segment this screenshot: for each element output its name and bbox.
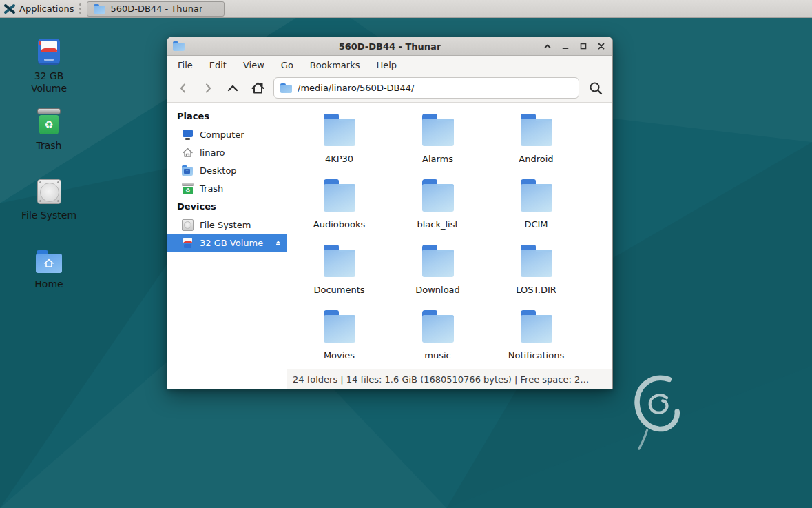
thunar-folder-icon (94, 4, 105, 14)
thunar-window: 560D-DB44 - Thunar (167, 37, 613, 389)
top-panel: Applications 560D-DB44 - Thunar (0, 0, 812, 18)
folder-item[interactable]: black_list (388, 178, 487, 243)
applications-menu-button[interactable]: Applications (0, 0, 79, 17)
toolbar (167, 74, 612, 103)
folder-item[interactable]: Download (388, 243, 487, 309)
taskbar-window-title: 560D-DB44 - Thunar (110, 3, 202, 14)
folder-icon (520, 245, 553, 277)
file-view[interactable]: 4KP30 Alarms Android Audiobooks (287, 103, 612, 369)
folder-icon (421, 179, 455, 212)
desktop-icon-label: Trash (17, 140, 81, 152)
folder-icon (323, 179, 356, 212)
desktop-icon-label: File System (17, 210, 81, 222)
home-outline-icon (182, 147, 194, 159)
chevron-up-icon (226, 81, 240, 95)
close-button[interactable] (596, 41, 607, 52)
xfce-applications-icon (4, 3, 15, 14)
path-folder-icon (280, 83, 292, 93)
minimize-button[interactable] (560, 41, 571, 52)
search-button[interactable] (586, 79, 605, 98)
window-titlebar[interactable]: 560D-DB44 - Thunar (167, 37, 612, 56)
desktop-icon-label: 32 GB Volume (17, 70, 81, 94)
debian-swirl-logo (631, 372, 689, 454)
chevron-left-icon (177, 82, 189, 94)
hard-disk-icon (37, 179, 61, 204)
trash-icon: ♻ (37, 108, 61, 134)
folder-item[interactable]: Alarms (388, 112, 487, 178)
back-button[interactable] (174, 79, 192, 97)
folder-item[interactable]: music (388, 309, 487, 369)
desktop-icon-file-system[interactable]: File System (17, 179, 81, 222)
home-icon (251, 81, 265, 95)
location-bar[interactable] (273, 77, 579, 99)
folder-icon (421, 310, 455, 343)
trash-icon: ♻ (182, 183, 194, 194)
applications-menu-label: Applications (19, 3, 74, 14)
chevron-up-icon (543, 42, 552, 50)
folder-icon (323, 114, 356, 146)
desktop-icon-32gb-volume[interactable]: 32 GB Volume (17, 39, 81, 94)
sidebar-item-32gb-volume[interactable]: 32 GB Volume (167, 234, 287, 252)
folder-item[interactable]: LOST.DIR (487, 243, 585, 309)
sidebar-item-desktop[interactable]: ∷ Desktop (167, 161, 287, 179)
usb-volume-icon (182, 237, 194, 249)
status-bar: 24 folders | 14 files: 1.6 GiB (16805107… (287, 369, 612, 389)
folder-icon (520, 310, 553, 343)
desktop-icon-home[interactable]: Home (17, 250, 81, 291)
sidebar-item-file-system[interactable]: File System (167, 216, 287, 234)
eject-icon[interactable] (275, 238, 281, 247)
folder-icon (323, 245, 356, 277)
folder-item[interactable]: Notifications (487, 309, 585, 369)
home-glyph-icon (43, 258, 54, 268)
folder-item[interactable]: Android (487, 112, 585, 178)
places-header: Places (167, 107, 287, 125)
path-input[interactable] (298, 83, 572, 93)
folder-icon (323, 310, 356, 343)
shade-button[interactable] (542, 41, 553, 52)
menu-view[interactable]: View (243, 60, 264, 70)
folder-icon (520, 179, 553, 212)
close-icon (597, 42, 605, 50)
status-text: 24 folders | 14 files: 1.6 GiB (16805107… (293, 374, 589, 385)
side-pane: Places Computer linaro ∷ Desktop (167, 103, 287, 389)
up-button[interactable] (224, 79, 242, 97)
folder-item[interactable]: Movies (290, 309, 388, 369)
folder-item[interactable]: 4KP30 (290, 112, 388, 178)
menu-file[interactable]: File (178, 60, 193, 70)
sidebar-item-trash[interactable]: ♻ Trash (167, 179, 287, 197)
folder-icon (520, 114, 553, 146)
menu-help[interactable]: Help (376, 60, 397, 70)
desktop-root: { "panel": { "applications_label": "Appl… (0, 0, 812, 508)
home-button[interactable] (249, 79, 267, 97)
home-folder-icon (36, 250, 62, 273)
search-icon (588, 81, 603, 96)
chevron-right-icon (202, 82, 214, 94)
maximize-button[interactable] (578, 41, 589, 52)
menu-bar: File Edit View Go Bookmarks Help (167, 56, 612, 74)
panel-separator-grip (79, 3, 81, 14)
menu-bookmarks[interactable]: Bookmarks (310, 60, 360, 70)
maximize-icon (579, 42, 587, 50)
folder-item[interactable]: Audiobooks (290, 178, 388, 243)
taskbar-window-button[interactable]: 560D-DB44 - Thunar (87, 1, 225, 17)
forward-button[interactable] (199, 79, 217, 97)
usb-volume-icon (38, 39, 60, 65)
desktop-folder-icon: ∷ (182, 165, 194, 176)
sidebar-item-computer[interactable]: Computer (167, 125, 287, 143)
desktop-icon-trash[interactable]: ♻ Trash (17, 108, 81, 152)
window-body: Places Computer linaro ∷ Desktop (167, 103, 612, 389)
window-thunar-icon (173, 41, 185, 51)
folder-icon (421, 114, 455, 146)
minimize-icon (561, 42, 570, 50)
desktop-icon-label: Home (17, 278, 81, 291)
menu-go[interactable]: Go (281, 60, 293, 70)
folder-item[interactable]: DCIM (487, 178, 585, 243)
folder-grid: 4KP30 Alarms Android Audiobooks (290, 112, 612, 369)
sidebar-item-linaro-home[interactable]: linaro (167, 143, 287, 161)
folder-item[interactable]: Documents (290, 243, 388, 309)
menu-edit[interactable]: Edit (209, 60, 227, 70)
computer-icon (182, 129, 194, 141)
hard-disk-icon (182, 219, 194, 231)
folder-icon (421, 245, 455, 277)
devices-header: Devices (167, 197, 287, 216)
